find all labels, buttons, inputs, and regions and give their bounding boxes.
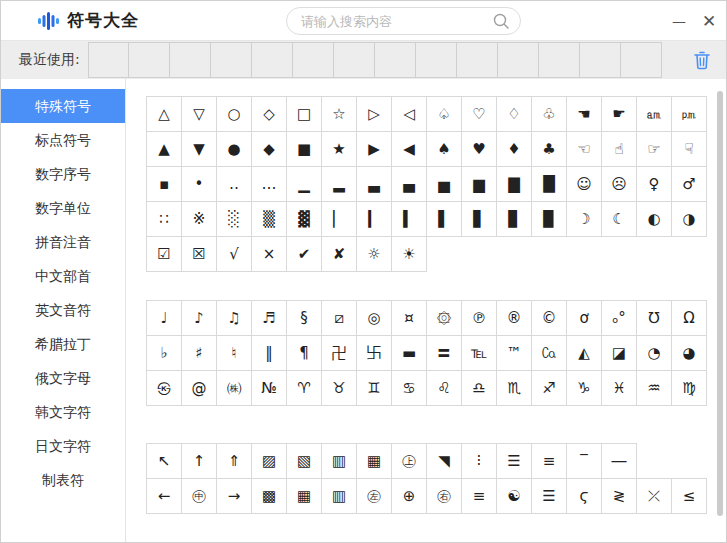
symbol-cell[interactable]: ㏂ [637,97,672,132]
symbol-cell[interactable]: ▂ [322,167,357,202]
symbol-cell[interactable]: ♦ [497,132,532,167]
symbol-cell[interactable]: ≷ [602,479,637,514]
symbol-cell[interactable]: ¤ [392,301,427,336]
symbol-cell[interactable]: ♂ [672,167,707,202]
symbol-cell[interactable]: ♑ [567,371,602,406]
symbol-cell[interactable]: ♮ [217,336,252,371]
symbol-cell[interactable]: ▨ [252,444,287,479]
symbol-cell[interactable]: ☑ [147,237,182,272]
symbol-cell[interactable]: @ [182,371,217,406]
symbol-cell[interactable]: ◎ [357,301,392,336]
symbol-cell[interactable]: ▇ [497,167,532,202]
symbol-cell[interactable]: ☞ [637,132,672,167]
symbol-cell[interactable]: ▪ [147,167,182,202]
symbol-cell[interactable]: █ [532,167,567,202]
symbol-cell[interactable]: ☼ [357,237,392,272]
symbol-cell[interactable]: ▍ [392,202,427,237]
symbol-cell[interactable]: • [182,167,217,202]
symbol-cell[interactable]: ℡ [462,336,497,371]
search-icon[interactable] [492,12,510,30]
symbol-cell[interactable]: ▅ [427,167,462,202]
sidebar-item-numeric-order[interactable]: 数字序号 [1,157,125,191]
symbol-cell[interactable]: ▬ [392,336,427,371]
recent-slot[interactable] [129,42,170,78]
symbol-cell[interactable]: ♧ [532,97,567,132]
symbol-cell[interactable]: ◕ [672,336,707,371]
symbol-cell[interactable]: ☛ [602,97,637,132]
recent-slot[interactable] [293,42,334,78]
symbol-cell[interactable]: ◐ [637,202,672,237]
symbol-cell[interactable]: ♤ [427,97,462,132]
symbol-cell[interactable]: … [252,167,287,202]
symbol-cell[interactable]: ✘ [322,237,357,272]
symbol-cell[interactable]: ☜ [567,132,602,167]
symbol-cell[interactable]: ░ [217,202,252,237]
recent-slot[interactable] [621,42,662,78]
symbol-cell[interactable]: ▎ [357,202,392,237]
recent-slot[interactable] [88,42,129,78]
symbol-cell[interactable]: ¶ [287,336,322,371]
symbol-cell[interactable]: ♫ [217,301,252,336]
search-input[interactable] [301,14,492,29]
symbol-cell[interactable]: ♐ [532,371,567,406]
symbol-cell[interactable]: ☰ [497,444,532,479]
sidebar-item-tabs[interactable]: 制表符 [1,463,125,497]
symbol-cell[interactable]: ▊ [497,202,532,237]
symbol-cell[interactable]: ◁ [392,97,427,132]
symbol-cell[interactable]: ♋ [392,371,427,406]
symbol-cell[interactable]: ▃ [357,167,392,202]
symbol-cell[interactable]: ‥ [217,167,252,202]
symbol-cell[interactable]: ✔ [287,237,322,272]
symbol-cell[interactable]: ☆ [322,97,357,132]
symbol-cell[interactable]: ▽ [182,97,217,132]
symbol-cell[interactable]: ♈ [287,371,322,406]
symbol-cell[interactable]: ⧄ [322,301,357,336]
symbol-cell[interactable]: ‾ [567,444,602,479]
symbol-cell[interactable]: ♏ [497,371,532,406]
symbol-cell[interactable]: ☀ [392,237,427,272]
symbol-cell[interactable]: § [287,301,322,336]
sidebar-item-pinyin[interactable]: 拼音注音 [1,225,125,259]
symbol-cell[interactable]: ▁ [287,167,322,202]
symbol-cell[interactable]: ♒ [637,371,672,406]
symbol-cell[interactable]: ♪ [182,301,217,336]
sidebar-item-numeric-unit[interactable]: 数字单位 [1,191,125,225]
symbol-cell[interactable]: ← [147,479,182,514]
symbol-cell[interactable]: ▄ [392,167,427,202]
symbol-cell[interactable]: ㊥ [182,479,217,514]
symbol-cell[interactable]: ♀ [637,167,672,202]
symbol-cell[interactable]: √ [217,237,252,272]
symbol-cell[interactable]: ≤ [672,479,707,514]
trash-icon[interactable] [692,50,712,70]
symbol-cell[interactable]: ▋ [462,202,497,237]
recent-slot[interactable] [416,42,457,78]
symbol-cell[interactable]: → [217,479,252,514]
symbol-cell[interactable]: ㊧ [357,479,392,514]
symbol-cell[interactable]: ☽ [567,202,602,237]
symbol-cell[interactable]: ♥ [462,132,497,167]
symbol-cell[interactable]: ☺ [567,167,602,202]
symbol-cell[interactable]: ◆ [252,132,287,167]
symbol-cell[interactable]: ☟ [672,132,707,167]
symbol-cell[interactable]: ◔ [637,336,672,371]
recent-slot[interactable] [457,42,498,78]
symbol-cell[interactable]: × [252,237,287,272]
symbol-cell[interactable]: ↖ [147,444,182,479]
symbol-cell[interactable]: ◑ [672,202,707,237]
symbol-cell[interactable]: ※ [182,202,217,237]
symbol-cell[interactable]: ♯ [182,336,217,371]
symbol-cell[interactable]: ♣ [532,132,567,167]
sidebar-item-russian[interactable]: 俄文字母 [1,361,125,395]
symbol-cell[interactable]: ☒ [182,237,217,272]
sidebar-item-special[interactable]: 特殊符号 [1,89,125,123]
symbol-cell[interactable]: ▦ [287,479,322,514]
symbol-cell[interactable]: ♡ [462,97,497,132]
symbol-cell[interactable]: ∷ [147,202,182,237]
symbol-cell[interactable]: ‖ [252,336,287,371]
symbol-cell[interactable]: ⊕ [392,479,427,514]
symbol-cell[interactable]: ☯ [497,479,532,514]
symbol-cell[interactable]: ▧ [287,444,322,479]
symbol-cell[interactable]: ▥ [322,479,357,514]
symbol-cell[interactable]: ® [497,301,532,336]
symbol-cell[interactable]: ϛ [567,479,602,514]
